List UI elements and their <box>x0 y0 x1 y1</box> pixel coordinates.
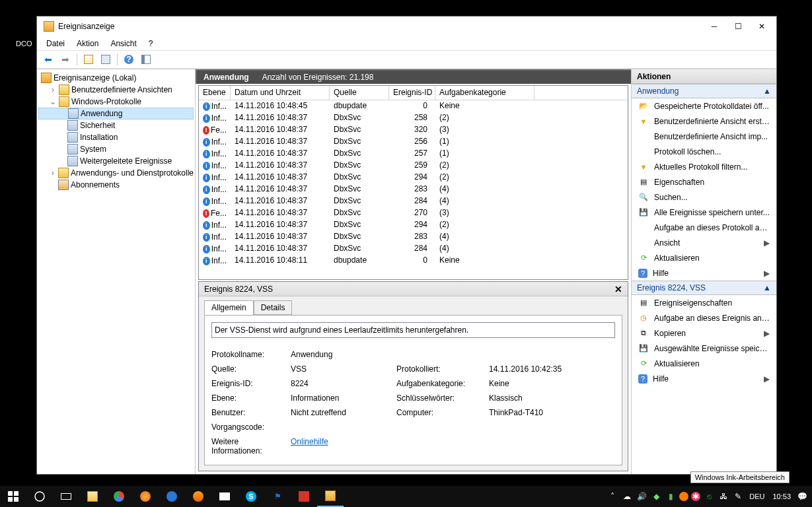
event-row[interactable]: iInf...14.11.2016 10:48:37DbxSvc259(2) <box>199 160 628 172</box>
tree-windows-logs[interactable]: ⌄Windows-Protokolle <box>38 96 194 108</box>
taskbar[interactable]: S ⚑ ˄ ☁ 🔊 ◆ ▮ ✱ ⎋ 🖧 ✎ DEU 10:53 💬 <box>0 486 812 507</box>
collapse-icon[interactable]: ▲ <box>763 86 771 96</box>
navigation-tree[interactable]: Ereignisanzeige (Lokal) ›Benutzerdefinie… <box>37 69 196 474</box>
tray-onedrive-icon[interactable]: ☁ <box>621 490 633 502</box>
taskbar-app-explorer[interactable] <box>79 486 106 507</box>
event-row[interactable]: iInf...14.11.2016 10:48:37DbxSvc258(2) <box>199 112 628 124</box>
menu-help[interactable]: ? <box>143 38 159 50</box>
tab-details[interactable]: Details <box>254 300 293 315</box>
col-source[interactable]: Quelle <box>330 86 389 100</box>
action-help[interactable]: ?Hilfe▶ <box>632 265 776 281</box>
events-list[interactable]: Ebene Datum und Uhrzeit Quelle Ereignis-… <box>198 85 628 280</box>
expand-icon[interactable]: › <box>49 168 56 178</box>
col-level[interactable]: Ebene <box>199 86 231 100</box>
events-column-headers[interactable]: Ebene Datum und Uhrzeit Quelle Ereignis-… <box>199 86 628 100</box>
show-hide-tree-button[interactable] <box>81 52 96 67</box>
taskbar-app-flag[interactable]: ⚑ <box>264 486 291 507</box>
tray-app-icon[interactable]: ◆ <box>650 490 662 502</box>
start-button[interactable] <box>0 486 26 507</box>
action-attach-task-event[interactable]: ◷Aufgabe an dieses Ereignis anfü... <box>632 310 776 325</box>
nav-forward-button[interactable]: ➡ <box>58 52 73 67</box>
tray-volume-icon[interactable]: 🔊 <box>636 490 647 502</box>
tree-app-service-logs[interactable]: ›Anwendungs- und Dienstprotokolle <box>38 167 194 179</box>
minimize-button[interactable]: ─ <box>702 17 726 36</box>
collapse-icon[interactable]: ▲ <box>763 283 771 292</box>
action-attach-task-log[interactable]: Aufgabe an dieses Protokoll anf... <box>632 220 776 235</box>
action-center-button[interactable]: 💬 <box>796 490 808 502</box>
action-refresh-event[interactable]: ⟳Aktualisieren <box>632 356 776 371</box>
nav-back-button[interactable]: ⬅ <box>41 52 55 67</box>
taskbar-app-eventviewer[interactable] <box>317 486 344 507</box>
action-filter-log[interactable]: ▼Aktuelles Protokoll filtern... <box>632 159 776 174</box>
tray-sync-icon[interactable]: ✱ <box>691 492 700 501</box>
action-properties[interactable]: ▤Eigenschaften <box>632 174 776 189</box>
action-group-event[interactable]: Ereignis 8224, VSS▲ <box>632 281 776 295</box>
taskbar-app-snipping[interactable] <box>291 486 317 507</box>
action-view-submenu[interactable]: Ansicht▶ <box>632 235 776 250</box>
action-find[interactable]: 🔍Suchen... <box>632 189 776 205</box>
col-eventid[interactable]: Ereignis-ID <box>389 86 435 100</box>
tray-bluetooth-icon[interactable]: ⎋ <box>703 490 715 502</box>
event-row[interactable]: iInf...14.11.2016 10:48:37DbxSvc284(4) <box>199 195 628 207</box>
event-row[interactable]: !Fe...14.11.2016 10:48:37DbxSvc270(3) <box>199 207 628 219</box>
tree-root[interactable]: Ereignisanzeige (Lokal) <box>38 72 194 84</box>
action-import-custom-view[interactable]: Benutzerdefinierte Ansicht imp... <box>632 129 776 144</box>
event-row[interactable]: iInf...14.11.2016 10:48:11dbupdate0Keine <box>199 255 628 267</box>
tree-log-system[interactable]: System <box>38 143 194 155</box>
event-row[interactable]: iInf...14.11.2016 10:48:37DbxSvc256(1) <box>199 136 628 148</box>
col-datetime[interactable]: Datum und Uhrzeit <box>231 86 330 100</box>
menu-file[interactable]: Datei <box>41 38 70 50</box>
taskview-button[interactable] <box>53 486 79 507</box>
tray-clock[interactable]: 10:53 <box>770 492 794 500</box>
tree-log-application[interactable]: Anwendung <box>38 108 194 119</box>
event-row[interactable]: iInf...14.11.2016 10:48:37DbxSvc294(2) <box>199 172 628 184</box>
online-help-link[interactable]: Onlinehilfe <box>291 437 396 456</box>
action-copy[interactable]: ⧉Kopieren▶ <box>632 325 776 341</box>
col-category[interactable]: Aufgabenkategorie <box>435 86 535 100</box>
tray-ink-icon[interactable]: ✎ <box>732 490 744 502</box>
tree-log-setup[interactable]: Installation <box>38 131 194 143</box>
action-clear-log[interactable]: Protokoll löschen... <box>632 144 776 159</box>
event-row[interactable]: iInf...14.11.2016 10:48:45dbupdate0Keine <box>199 100 628 112</box>
tree-subscriptions[interactable]: Abonnements <box>38 179 194 191</box>
tab-general[interactable]: Allgemein <box>204 300 254 315</box>
action-refresh[interactable]: ⟳Aktualisieren <box>632 250 776 265</box>
taskbar-app-edge[interactable] <box>159 486 185 507</box>
taskbar-app-chrome[interactable] <box>106 486 132 507</box>
event-row[interactable]: iInf...14.11.2016 10:48:37DbxSvc284(4) <box>199 243 628 255</box>
close-button[interactable]: ✕ <box>750 17 774 36</box>
event-row[interactable]: iInf...14.11.2016 10:48:37DbxSvc283(4) <box>199 231 628 243</box>
tray-battery-icon[interactable]: ▮ <box>665 490 677 502</box>
titlebar[interactable]: Ereignisanzeige ─ ☐ ✕ <box>37 17 776 36</box>
tray-up-icon[interactable]: ˄ <box>607 490 618 502</box>
tree-log-forwarded[interactable]: Weitergeleitete Ereignisse <box>38 155 194 167</box>
menu-action[interactable]: Aktion <box>71 38 104 50</box>
help-button[interactable]: ? <box>122 52 136 67</box>
tray-network-icon[interactable]: 🖧 <box>718 490 729 502</box>
action-open-saved-log[interactable]: 📂Gespeicherte Protokolldatei öff... <box>632 98 776 114</box>
event-row[interactable]: iInf...14.11.2016 10:48:37DbxSvc257(1) <box>199 148 628 160</box>
action-save-all-events[interactable]: 💾Alle Ereignisse speichern unter... <box>632 205 776 220</box>
menu-view[interactable]: Ansicht <box>105 38 141 50</box>
action-group-application[interactable]: Anwendung▲ <box>632 84 776 98</box>
toggle-pane-button[interactable] <box>139 52 153 67</box>
detail-close-button[interactable]: ✕ <box>614 284 622 294</box>
taskbar-app-skype[interactable]: S <box>238 486 264 507</box>
event-row[interactable]: iInf...14.11.2016 10:48:37DbxSvc283(4) <box>199 184 628 195</box>
tray-defender-icon[interactable] <box>679 492 688 501</box>
action-help-event[interactable]: ?Hilfe▶ <box>632 371 776 386</box>
tree-custom-views[interactable]: ›Benutzerdefinierte Ansichten <box>38 84 194 96</box>
tree-log-security[interactable]: Sicherheit <box>38 119 194 131</box>
action-save-selected[interactable]: 💾Ausgewählte Ereignisse speiche... <box>632 341 776 356</box>
tray-language[interactable]: DEU <box>747 492 767 500</box>
system-tray[interactable]: ˄ ☁ 🔊 ◆ ▮ ✱ ⎋ 🖧 ✎ DEU 10:53 💬 <box>607 490 812 502</box>
action-create-custom-view[interactable]: ▼Benutzerdefinierte Ansicht erste... <box>632 114 776 129</box>
cortana-button[interactable] <box>26 486 53 507</box>
properties-button[interactable] <box>98 52 113 67</box>
expand-icon[interactable]: › <box>49 85 57 94</box>
taskbar-app-store[interactable] <box>211 486 238 507</box>
action-event-properties[interactable]: ▤Ereigniseigenschaften <box>632 295 776 310</box>
taskbar-app-firefox[interactable] <box>132 486 159 507</box>
event-row[interactable]: iInf...14.11.2016 10:48:37DbxSvc294(2) <box>199 219 628 231</box>
collapse-icon[interactable]: ⌄ <box>49 97 57 106</box>
